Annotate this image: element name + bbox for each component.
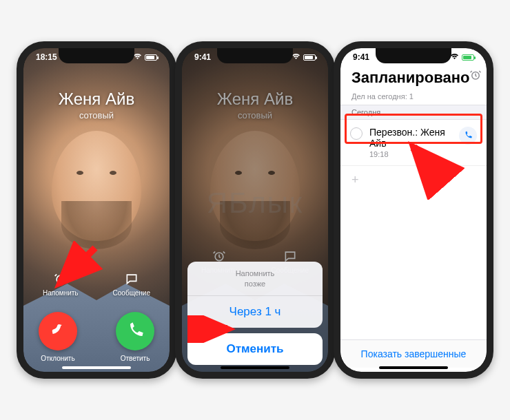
- alarm-icon[interactable]: [469, 69, 482, 84]
- accept-label: Ответить: [121, 355, 150, 362]
- caller-name: Женя Айв: [23, 90, 170, 109]
- section-today: Сегодня: [340, 105, 487, 120]
- three-phone-stage: 18:15 ▮▮▮▯ Женя Айв сотовый: [17, 41, 493, 379]
- home-indicator[interactable]: [379, 366, 448, 369]
- home-indicator[interactable]: [62, 366, 131, 369]
- status-time: 9:41: [192, 52, 211, 62]
- phone-2-screen: 9:41 ▮▮▮▮ Женя Айв сотовый: [182, 48, 328, 372]
- accept-icon: [116, 312, 154, 350]
- remind-me-button[interactable]: Напомнить: [43, 271, 79, 297]
- decline-call-button[interactable]: Отклонить: [39, 312, 77, 362]
- phone-1-screen: 18:15 ▮▮▮▯ Женя Айв сотовый: [23, 48, 170, 372]
- decline-icon: [39, 312, 77, 350]
- caller-type: сотовый: [23, 110, 170, 120]
- notch: [59, 48, 134, 63]
- add-reminder-button[interactable]: +: [340, 166, 487, 194]
- call-back-button[interactable]: [459, 127, 477, 145]
- phone-2-frame: 9:41 ▮▮▮▮ Женя Айв сотовый: [175, 41, 335, 379]
- alarm-clock-icon: [53, 271, 68, 286]
- notch: [217, 48, 293, 63]
- battery-icon: [145, 54, 157, 61]
- message-label: Сообщение: [113, 289, 150, 297]
- caller-info: Женя Айв сотовый: [23, 90, 170, 120]
- reminder-time: 19:18: [369, 150, 452, 158]
- message-button[interactable]: Сообщение: [113, 271, 150, 297]
- phone-1-frame: 18:15 ▮▮▮▯ Женя Айв сотовый: [17, 41, 176, 379]
- message-icon: [124, 271, 139, 286]
- battery-icon: [462, 54, 474, 61]
- remind-action-sheet: Напомнить позже Через 1 ч Отменить: [187, 262, 323, 365]
- sheet-header: Напомнить позже: [187, 262, 323, 296]
- home-indicator[interactable]: [221, 366, 289, 369]
- accept-call-button[interactable]: Ответить: [116, 312, 154, 362]
- phone-3-screen: 9:41 ▮▮▮▮ Запланировано Дел на сегодня: …: [340, 48, 487, 372]
- status-time: 18:15: [33, 52, 57, 62]
- reminder-title: Перезвон.: Женя Айв: [369, 127, 452, 149]
- battery-icon: [303, 54, 316, 61]
- sheet-cancel-button[interactable]: Отменить: [187, 333, 323, 365]
- status-time: 9:41: [350, 52, 369, 62]
- show-completed-button[interactable]: Показать завершенные: [340, 339, 487, 368]
- reminder-item[interactable]: Перезвон.: Женя Айв 19:18: [340, 120, 487, 166]
- complete-radio[interactable]: [350, 127, 363, 140]
- phone-3-frame: 9:41 ▮▮▮▮ Запланировано Дел на сегодня: …: [334, 41, 493, 379]
- today-count: Дел на сегодня: 1: [340, 92, 487, 105]
- call-controls: Напомнить Сообщение Отклонить: [23, 271, 170, 362]
- sheet-option-1h[interactable]: Через 1 ч: [187, 296, 323, 328]
- remind-label: Напомнить: [43, 289, 79, 297]
- decline-label: Отклонить: [41, 355, 74, 362]
- notch: [376, 48, 451, 63]
- page-title: Запланировано: [351, 69, 469, 87]
